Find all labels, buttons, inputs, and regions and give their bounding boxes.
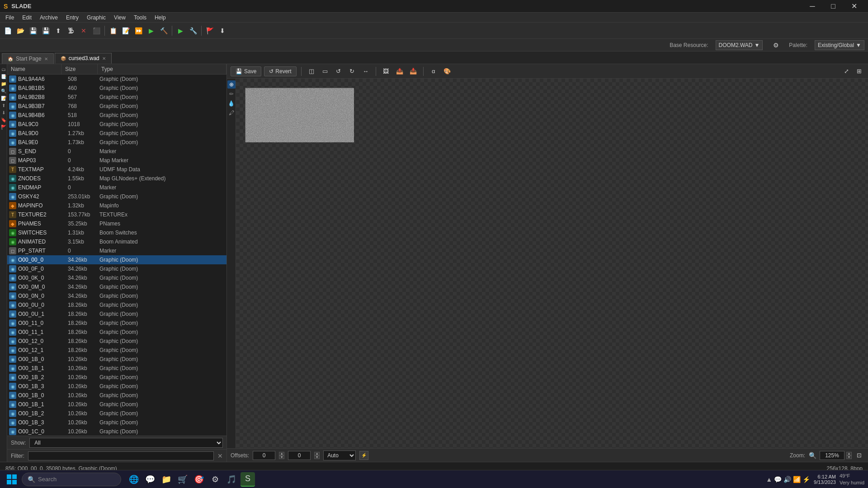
file-row[interactable]: ◉ BAL9A4A6 508 Graphic (Doom) — [7, 75, 226, 84]
expand-button[interactable]: ⤢ — [841, 66, 852, 77]
close-button[interactable]: ✕ — [844, 0, 864, 13]
file-row[interactable]: ◉ O00_1B_3 10.26kb Graphic (Doom) — [7, 418, 226, 427]
col-type[interactable]: Type — [98, 64, 226, 74]
search-bar[interactable]: 🔍 Search — [22, 473, 121, 486]
left-icon-3[interactable]: 📁 — [0, 80, 7, 87]
skip-button[interactable]: ⏩ — [132, 25, 144, 37]
file-row[interactable]: T TEXTMAP 4.24kb UDMF Map Data — [7, 165, 226, 174]
sys-chevron[interactable]: ▲ — [766, 476, 772, 483]
file-row[interactable]: ◉ ZNODES 1.55kb Map GLNodes+ (Extended) — [7, 174, 226, 183]
minimize-button[interactable]: ─ — [802, 0, 823, 13]
file-row[interactable]: ◉ O00_12_0 18.26kb Graphic (Doom) — [7, 337, 226, 346]
tab-start-page-close[interactable]: ✕ — [44, 56, 48, 61]
left-icon-2[interactable]: 📑 — [0, 73, 7, 80]
edit-button[interactable]: 📝 — [120, 25, 132, 37]
build-button[interactable]: 🔨 — [158, 25, 170, 37]
menu-graphic[interactable]: Graphic — [83, 14, 109, 22]
file-row[interactable]: ◉ O00_0N_0 34.26kb Graphic (Doom) — [7, 291, 226, 300]
new-button[interactable]: 📄 — [2, 25, 14, 37]
menu-view[interactable]: View — [110, 14, 129, 22]
palette-edit-button[interactable]: 🎨 — [442, 66, 453, 77]
upload-button[interactable]: ⬆ — [52, 25, 64, 37]
offset-y-down[interactable]: ▼ — [314, 455, 320, 459]
file-row[interactable]: ◉ O00_1B_2 10.26kb Graphic (Doom) — [7, 409, 226, 418]
file-row[interactable]: ◉ O00_00_0 34.26kb Graphic (Doom) — [7, 255, 226, 264]
resize-button[interactable]: ▭ — [320, 66, 330, 77]
offset-x-down[interactable]: ▼ — [279, 455, 284, 459]
left-icon-8[interactable]: 🔖 — [0, 117, 7, 123]
taskbar-music[interactable]: 🎵 — [224, 472, 239, 487]
file-row[interactable]: T TEXTURE2 153.77kb TEXTUREx — [7, 210, 226, 219]
tool-eyedropper[interactable]: 💧 — [227, 99, 236, 108]
flip-button[interactable]: ↔ — [360, 66, 371, 77]
crop-button[interactable]: ◫ — [306, 66, 317, 77]
file-row[interactable]: ◉ O00_1C_0 10.26kb Graphic (Doom) — [7, 427, 226, 436]
filter-clear-button[interactable]: ✕ — [217, 452, 223, 460]
taskbar-explorer[interactable]: 📁 — [159, 472, 174, 487]
file-row[interactable]: ◻ S_END 0 Marker — [7, 147, 226, 156]
taskbar-slade[interactable]: S — [241, 472, 255, 487]
file-row[interactable]: ◻ MAP03 0 Map Marker — [7, 156, 226, 165]
file-row[interactable]: ◉ BAL9B3B7 768 Graphic (Doom) — [7, 102, 226, 111]
file-row[interactable]: ◉ O00_1B_3 10.26kb Graphic (Doom) — [7, 382, 226, 391]
left-icon-5[interactable]: 📝 — [0, 95, 7, 101]
sys-battery[interactable]: ⚡ — [802, 476, 810, 483]
left-icon-7[interactable]: ⬇ — [0, 109, 7, 116]
offset-x-input[interactable] — [253, 451, 275, 460]
tool-pencil[interactable]: ✏ — [227, 90, 236, 98]
rotate-cw-button[interactable]: ↻ — [347, 66, 358, 77]
export-button[interactable]: 📤 — [394, 66, 405, 77]
sys-volume[interactable]: 🔊 — [783, 476, 791, 483]
graphic-revert-button[interactable]: ↺ Revert — [264, 66, 296, 76]
file-row[interactable]: ◉ O00_1B_1 10.26kb Graphic (Doom) — [7, 364, 226, 373]
detach-button[interactable]: ⊞ — [854, 66, 864, 77]
file-row[interactable]: ◆ MAPINFO 1.32kb Mapinfo — [7, 201, 226, 210]
taskbar-target[interactable]: 🎯 — [192, 472, 206, 487]
palette-dropdown[interactable]: Existing/Global ▼ — [815, 40, 864, 50]
rotate-ccw-button[interactable]: ↺ — [333, 66, 344, 77]
show-dropdown[interactable]: All — [29, 438, 223, 448]
zoom-input[interactable] — [820, 451, 844, 460]
file-row[interactable]: ◉ BAL9C0 1018 Graphic (Doom) — [7, 120, 226, 129]
left-icon-6[interactable]: ⬆ — [0, 102, 7, 108]
file-row[interactable]: ◉ O00_0M_0 34.26kb Graphic (Doom) — [7, 282, 226, 291]
offset-mode-select[interactable]: Auto Custom — [323, 450, 356, 460]
play-button[interactable]: ▶ — [175, 25, 186, 37]
tool-fill[interactable]: 🖍 — [227, 109, 236, 117]
black-button[interactable]: ⬛ — [90, 25, 102, 37]
weather-widget[interactable]: 49°F Very humid — [840, 473, 864, 486]
taskbar-chat[interactable]: 💬 — [143, 472, 157, 487]
run-button[interactable]: ▶ — [145, 25, 157, 37]
left-icon-4[interactable]: 🔍 — [0, 88, 7, 94]
tab-cursed3-close[interactable]: ✕ — [102, 56, 106, 61]
file-row[interactable]: ◉ BAL9E0 1.73kb Graphic (Doom) — [7, 138, 226, 147]
offset-calc-button[interactable]: ⚡ — [359, 451, 368, 460]
filter-input[interactable] — [28, 451, 214, 460]
zip-button[interactable]: 🗜 — [65, 25, 77, 37]
open-button[interactable]: 📂 — [14, 25, 26, 37]
close-file-button[interactable]: ✕ — [78, 25, 90, 37]
tool-select[interactable]: ⊕ — [227, 80, 236, 89]
file-row[interactable]: ◉ O00_0U_0 18.26kb Graphic (Doom) — [7, 300, 226, 310]
offset-y-input[interactable] — [288, 451, 311, 460]
file-row[interactable]: ◉ BAL9D0 1.27kb Graphic (Doom) — [7, 129, 226, 138]
taskbar-store[interactable]: 🛒 — [175, 472, 190, 487]
menu-entry[interactable]: Entry — [62, 14, 82, 22]
taskbar-browser[interactable]: 🌐 — [127, 472, 141, 487]
col-size[interactable]: Size — [61, 64, 98, 74]
taskbar-clock[interactable]: 6:12 AM 9/13/2023 — [814, 474, 836, 485]
file-row[interactable]: ◉ BAL9B1B5 460 Graphic (Doom) — [7, 84, 226, 93]
file-row[interactable]: ◉ BAL9B4B6 518 Graphic (Doom) — [7, 111, 226, 120]
file-row[interactable]: ◉ SWITCHES 1.31kb Boom Switches — [7, 228, 226, 237]
settings-button[interactable]: 🔧 — [187, 25, 199, 37]
start-button[interactable] — [4, 471, 20, 488]
offset-y-up[interactable]: ▲ — [314, 452, 320, 455]
maximize-button[interactable]: □ — [823, 0, 844, 13]
file-row[interactable]: ◉ ANIMATED 3.15kb Boom Animated — [7, 237, 226, 246]
save-button[interactable]: 💾 — [27, 25, 39, 37]
zoom-down[interactable]: ▼ — [846, 455, 852, 459]
file-row[interactable]: ◉ ENDMAP 0 Marker — [7, 183, 226, 192]
file-row[interactable]: ◉ O00_11_0 18.26kb Graphic (Doom) — [7, 319, 226, 328]
base-resource-settings[interactable]: ⚙ — [770, 39, 782, 51]
flag-dropdown[interactable]: ⬇ — [217, 25, 228, 37]
